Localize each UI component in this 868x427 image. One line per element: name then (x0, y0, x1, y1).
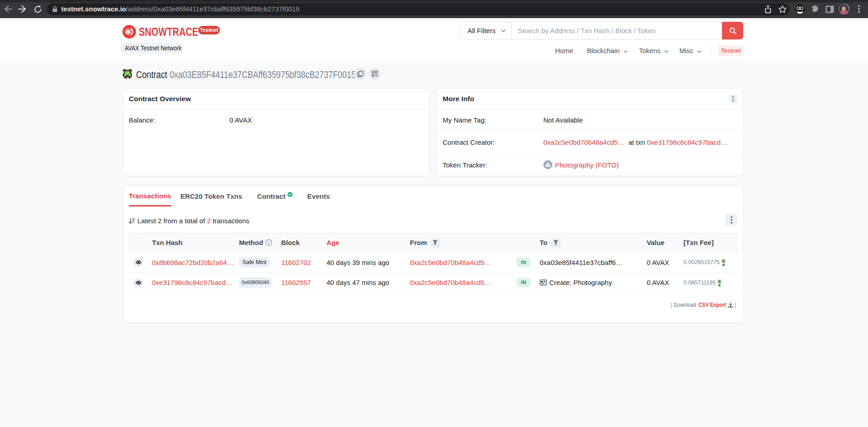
svg-text:$: $ (722, 259, 725, 263)
svg-text:$: $ (718, 280, 721, 284)
